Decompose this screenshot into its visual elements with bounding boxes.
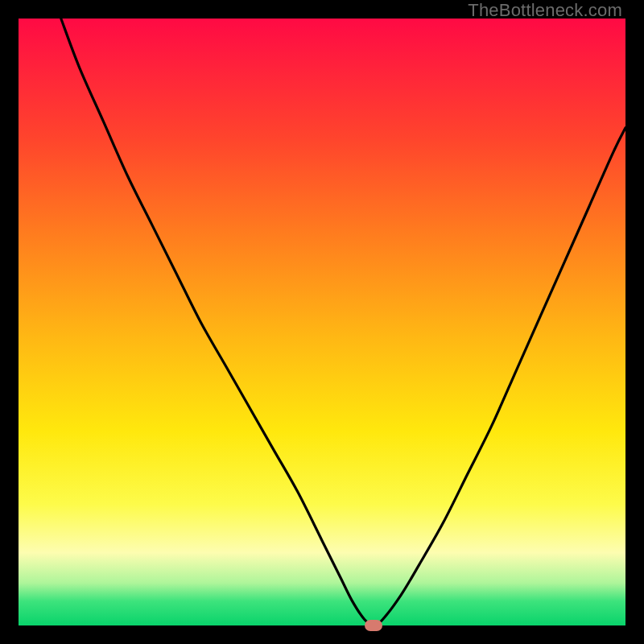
optimum-marker bbox=[365, 620, 382, 631]
plot-area bbox=[19, 19, 625, 625]
watermark-text: TheBottleneck.com bbox=[468, 0, 622, 21]
chart-frame: TheBottleneck.com bbox=[0, 0, 644, 644]
bottleneck-curve bbox=[19, 19, 625, 625]
